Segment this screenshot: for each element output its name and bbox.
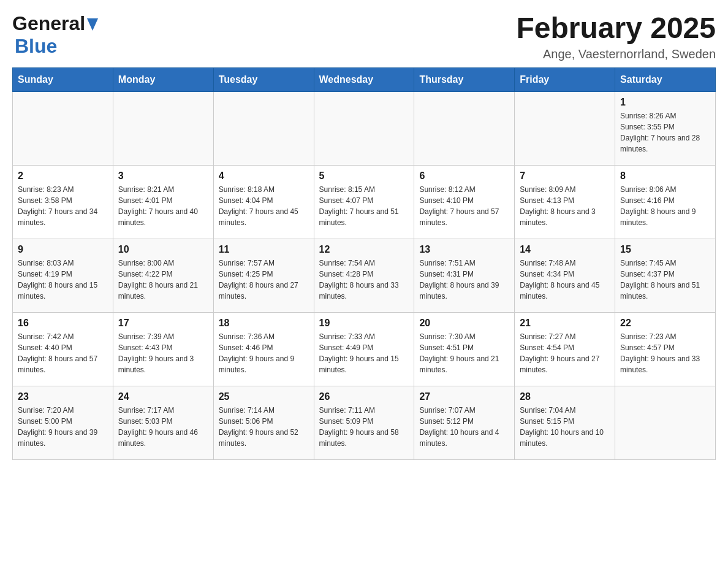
day-number: 19: [319, 318, 409, 329]
header-sunday: Sunday: [13, 67, 113, 91]
day-info: Sunrise: 7:48 AMSunset: 4:34 PMDaylight:…: [520, 258, 610, 302]
day-info: Sunrise: 8:00 AMSunset: 4:22 PMDaylight:…: [118, 258, 208, 302]
day-info: Sunrise: 7:54 AMSunset: 4:28 PMDaylight:…: [319, 258, 409, 302]
table-row: 14Sunrise: 7:48 AMSunset: 4:34 PMDayligh…: [515, 239, 615, 312]
day-number: 4: [219, 170, 309, 182]
table-row: [314, 91, 414, 165]
logo: General Blue: [12, 12, 98, 58]
header-wednesday: Wednesday: [314, 67, 414, 91]
table-row: 23Sunrise: 7:20 AMSunset: 5:00 PMDayligh…: [13, 386, 113, 459]
day-number: 24: [118, 391, 208, 402]
table-row: 7Sunrise: 8:09 AMSunset: 4:13 PMDaylight…: [515, 165, 615, 239]
day-number: 23: [18, 391, 108, 402]
day-info: Sunrise: 7:51 AMSunset: 4:31 PMDaylight:…: [419, 258, 509, 302]
day-info: Sunrise: 8:03 AMSunset: 4:19 PMDaylight:…: [18, 258, 108, 302]
table-row: [213, 91, 314, 165]
table-row: 1Sunrise: 8:26 AMSunset: 3:55 PMDaylight…: [615, 91, 716, 165]
table-row: 8Sunrise: 8:06 AMSunset: 4:16 PMDaylight…: [615, 165, 716, 239]
day-info: Sunrise: 7:11 AMSunset: 5:09 PMDaylight:…: [319, 405, 409, 449]
calendar-week-row: 9Sunrise: 8:03 AMSunset: 4:19 PMDaylight…: [13, 239, 716, 312]
calendar-table: Sunday Monday Tuesday Wednesday Thursday…: [12, 67, 716, 460]
logo-blue-label: Blue: [12, 35, 57, 57]
day-number: 27: [419, 391, 509, 402]
table-row: [113, 91, 213, 165]
day-number: 26: [319, 391, 409, 402]
day-number: 20: [419, 318, 509, 329]
day-number: 3: [118, 170, 208, 182]
day-number: 16: [18, 318, 108, 329]
calendar-header-row: Sunday Monday Tuesday Wednesday Thursday…: [13, 67, 716, 91]
table-row: [515, 91, 615, 165]
table-row: 15Sunrise: 7:45 AMSunset: 4:37 PMDayligh…: [615, 239, 716, 312]
header-tuesday: Tuesday: [213, 67, 314, 91]
header-friday: Friday: [515, 67, 615, 91]
day-number: 22: [620, 318, 710, 329]
logo-general-text: General: [12, 12, 85, 35]
day-number: 28: [520, 391, 610, 402]
page-title: February 2025: [516, 12, 716, 45]
table-row: 28Sunrise: 7:04 AMSunset: 5:15 PMDayligh…: [515, 386, 615, 459]
day-info: Sunrise: 8:06 AMSunset: 4:16 PMDaylight:…: [620, 184, 710, 228]
header-thursday: Thursday: [414, 67, 515, 91]
table-row: 16Sunrise: 7:42 AMSunset: 4:40 PMDayligh…: [13, 312, 113, 386]
day-info: Sunrise: 7:17 AMSunset: 5:03 PMDaylight:…: [118, 405, 208, 449]
table-row: 27Sunrise: 7:07 AMSunset: 5:12 PMDayligh…: [414, 386, 515, 459]
day-info: Sunrise: 7:42 AMSunset: 4:40 PMDaylight:…: [18, 331, 108, 375]
day-number: 2: [18, 170, 108, 182]
table-row: [13, 91, 113, 165]
day-number: 10: [118, 244, 208, 255]
day-info: Sunrise: 7:45 AMSunset: 4:37 PMDaylight:…: [620, 258, 710, 302]
table-row: 22Sunrise: 7:23 AMSunset: 4:57 PMDayligh…: [615, 312, 716, 386]
day-info: Sunrise: 7:20 AMSunset: 5:00 PMDaylight:…: [18, 405, 108, 449]
day-info: Sunrise: 8:23 AMSunset: 3:58 PMDaylight:…: [18, 184, 108, 228]
day-info: Sunrise: 7:04 AMSunset: 5:15 PMDaylight:…: [520, 405, 610, 449]
day-number: 21: [520, 318, 610, 329]
day-info: Sunrise: 7:33 AMSunset: 4:49 PMDaylight:…: [319, 331, 409, 375]
table-row: 2Sunrise: 8:23 AMSunset: 3:58 PMDaylight…: [13, 165, 113, 239]
day-number: 14: [520, 244, 610, 255]
day-info: Sunrise: 7:39 AMSunset: 4:43 PMDaylight:…: [118, 331, 208, 375]
day-number: 25: [219, 391, 309, 402]
calendar-week-row: 23Sunrise: 7:20 AMSunset: 5:00 PMDayligh…: [13, 386, 716, 459]
table-row: 11Sunrise: 7:57 AMSunset: 4:25 PMDayligh…: [213, 239, 314, 312]
logo-blue-text: Blue: [12, 35, 57, 58]
table-row: 18Sunrise: 7:36 AMSunset: 4:46 PMDayligh…: [213, 312, 314, 386]
logo-triangle-icon: [87, 18, 98, 31]
day-number: 7: [520, 170, 610, 182]
day-number: 11: [219, 244, 309, 255]
day-number: 18: [219, 318, 309, 329]
day-number: 17: [118, 318, 208, 329]
table-row: [414, 91, 515, 165]
day-number: 13: [419, 244, 509, 255]
day-info: Sunrise: 8:15 AMSunset: 4:07 PMDaylight:…: [319, 184, 409, 228]
day-info: Sunrise: 8:21 AMSunset: 4:01 PMDaylight:…: [118, 184, 208, 228]
day-number: 8: [620, 170, 710, 182]
header-monday: Monday: [113, 67, 213, 91]
table-row: 20Sunrise: 7:30 AMSunset: 4:51 PMDayligh…: [414, 312, 515, 386]
table-row: 6Sunrise: 8:12 AMSunset: 4:10 PMDaylight…: [414, 165, 515, 239]
location-subtitle: Ange, Vaesternorrland, Sweden: [516, 47, 716, 61]
logo-wrapper: General: [12, 12, 98, 35]
table-row: 21Sunrise: 7:27 AMSunset: 4:54 PMDayligh…: [515, 312, 615, 386]
day-number: 5: [319, 170, 409, 182]
table-row: 25Sunrise: 7:14 AMSunset: 5:06 PMDayligh…: [213, 386, 314, 459]
day-info: Sunrise: 8:12 AMSunset: 4:10 PMDaylight:…: [419, 184, 509, 228]
day-info: Sunrise: 8:09 AMSunset: 4:13 PMDaylight:…: [520, 184, 610, 228]
day-number: 6: [419, 170, 509, 182]
table-row: 12Sunrise: 7:54 AMSunset: 4:28 PMDayligh…: [314, 239, 414, 312]
table-row: [615, 386, 716, 459]
day-info: Sunrise: 7:07 AMSunset: 5:12 PMDaylight:…: [419, 405, 509, 449]
title-section: February 2025 Ange, Vaesternorrland, Swe…: [516, 12, 716, 61]
calendar-week-row: 16Sunrise: 7:42 AMSunset: 4:40 PMDayligh…: [13, 312, 716, 386]
day-info: Sunrise: 7:27 AMSunset: 4:54 PMDaylight:…: [520, 331, 610, 375]
day-number: 12: [319, 244, 409, 255]
day-info: Sunrise: 8:18 AMSunset: 4:04 PMDaylight:…: [219, 184, 309, 228]
day-info: Sunrise: 7:23 AMSunset: 4:57 PMDaylight:…: [620, 331, 710, 375]
table-row: 17Sunrise: 7:39 AMSunset: 4:43 PMDayligh…: [113, 312, 213, 386]
day-info: Sunrise: 7:57 AMSunset: 4:25 PMDaylight:…: [219, 258, 309, 302]
table-row: 4Sunrise: 8:18 AMSunset: 4:04 PMDaylight…: [213, 165, 314, 239]
table-row: 3Sunrise: 8:21 AMSunset: 4:01 PMDaylight…: [113, 165, 213, 239]
page-header: General Blue February 2025 Ange, Vaester…: [12, 12, 716, 61]
table-row: 13Sunrise: 7:51 AMSunset: 4:31 PMDayligh…: [414, 239, 515, 312]
day-number: 15: [620, 244, 710, 255]
